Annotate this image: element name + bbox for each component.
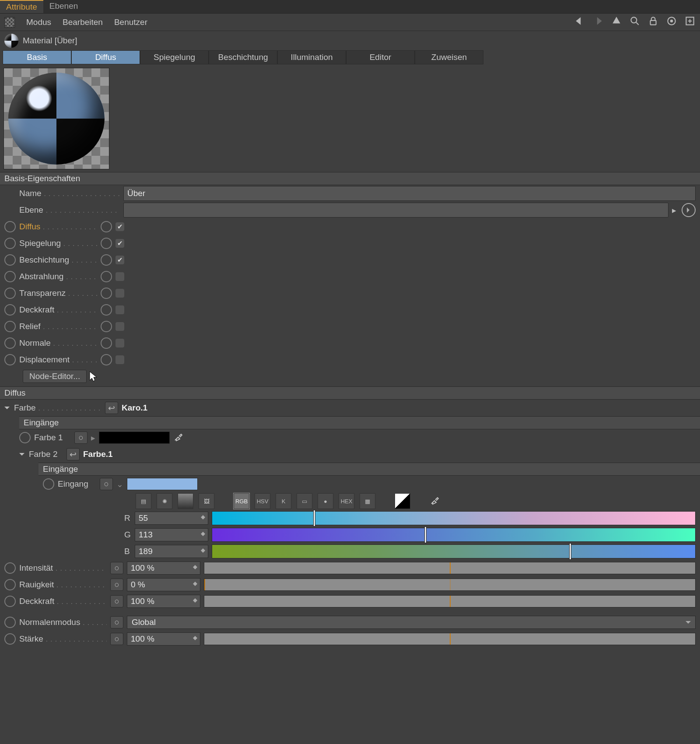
input-staerke[interactable]: 100 % [127, 632, 200, 646]
checkbox-diffus[interactable] [116, 222, 124, 231]
picker-wheel-icon[interactable]: ✺ [157, 493, 172, 509]
anim-key-normalmode[interactable] [4, 617, 16, 628]
tab-spiegelung[interactable]: Spiegelung [140, 50, 209, 64]
anim-key2-diffus[interactable] [101, 221, 112, 232]
disclosure-farbe2[interactable] [19, 453, 24, 458]
new-window-icon[interactable] [684, 15, 696, 29]
mode-mixer-icon[interactable]: ▭ [297, 493, 312, 509]
picker-image-icon[interactable]: 🖼 [199, 493, 214, 509]
nav-back-icon[interactable] [574, 15, 585, 29]
link-farbe2-value[interactable]: Farbe.1 [83, 449, 113, 459]
slider-r[interactable] [212, 511, 696, 525]
anim-key-deckkraft2[interactable] [4, 596, 16, 607]
tab-beschichtung[interactable]: Beschichtung [209, 50, 277, 64]
mode-k[interactable]: K [276, 493, 291, 509]
nav-up-icon[interactable] [611, 15, 622, 29]
mode-swatch-icon[interactable]: ● [318, 493, 333, 509]
checkbox-displacement[interactable] [116, 355, 124, 364]
link-farbe2-icon[interactable]: ↩ [66, 448, 80, 460]
input-r[interactable]: 55 [135, 512, 208, 525]
checkbox-relief[interactable] [116, 322, 124, 331]
input-intensitaet[interactable]: 100 % [127, 562, 200, 575]
swatch-farbe1[interactable] [99, 432, 170, 444]
tab-diffus[interactable]: Diffus [71, 50, 140, 64]
node-editor-button[interactable]: Node-Editor... [23, 370, 87, 383]
dropdown-normalmode[interactable]: Global [127, 616, 696, 629]
slider-deckkraft2[interactable] [204, 595, 696, 607]
anim-key-relief[interactable] [4, 321, 16, 332]
link-deckkraft2-icon[interactable]: ○ [110, 595, 123, 607]
picker-spectrum-icon[interactable] [178, 493, 193, 509]
expand-farbe1[interactable]: ▸ [91, 433, 95, 443]
slider-g[interactable] [212, 528, 696, 542]
target-icon[interactable] [666, 15, 677, 29]
anim-key-intensitaet[interactable] [4, 562, 16, 574]
anim-key-eingang[interactable] [43, 478, 54, 490]
anim-key2-deckkraft[interactable] [101, 304, 112, 316]
view-mode-icon[interactable] [4, 17, 15, 28]
mode-hsv[interactable]: HSV [255, 493, 270, 509]
checkbox-normale[interactable] [116, 339, 124, 347]
mode-hex[interactable]: HEX [339, 493, 354, 509]
anim-key2-abstrahlung[interactable] [101, 271, 112, 282]
tab-editor[interactable]: Editor [346, 50, 415, 64]
slider-intensitaet[interactable] [204, 562, 696, 574]
slider-b[interactable] [212, 544, 696, 558]
search-icon[interactable] [629, 15, 640, 29]
menu-edit[interactable]: Bearbeiten [63, 18, 103, 27]
anim-key-normale[interactable] [4, 337, 16, 349]
checkbox-transparenz[interactable] [116, 289, 124, 298]
mode-grid-icon[interactable]: ▦ [360, 493, 375, 509]
input-name[interactable]: Über [123, 186, 696, 201]
tab-zuweisen[interactable]: Zuweisen [415, 50, 483, 64]
anim-key-spiegelung[interactable] [4, 238, 16, 249]
anim-key-staerke[interactable] [4, 633, 16, 645]
layer-pick-icon[interactable] [682, 203, 696, 217]
checkbox-beschichtung[interactable] [116, 256, 124, 264]
tab-basis[interactable]: Basis [3, 50, 71, 64]
anim-key-rauigkeit[interactable] [4, 579, 16, 590]
eyedropper-farbe1[interactable] [173, 432, 184, 444]
anim-key-diffus[interactable] [4, 221, 16, 232]
expand-eingang[interactable]: ⌄ [116, 479, 123, 489]
swatch-eingang[interactable] [127, 478, 198, 490]
anim-key-deckkraft[interactable] [4, 304, 16, 316]
input-b[interactable]: 189 [135, 545, 208, 558]
anim-key-abstrahlung[interactable] [4, 271, 16, 282]
picker-gradient-icon[interactable]: ▤ [136, 493, 151, 509]
checkbox-abstrahlung[interactable] [116, 272, 124, 281]
disclosure-farbe[interactable] [4, 407, 10, 412]
lock-icon[interactable] [648, 15, 659, 29]
menu-mode[interactable]: Modus [26, 18, 51, 27]
anim-key2-beschichtung[interactable] [101, 254, 112, 266]
anim-key2-normale[interactable] [101, 337, 112, 349]
link-intensitaet-icon[interactable]: ○ [110, 562, 123, 574]
menu-user[interactable]: Benutzer [114, 18, 147, 27]
material-preview[interactable] [4, 68, 109, 169]
link-farbe-value[interactable]: Karo.1 [122, 403, 147, 413]
slider-staerke[interactable] [204, 633, 696, 645]
anim-key-displacement[interactable] [4, 354, 16, 365]
anim-key-transparenz[interactable] [4, 288, 16, 299]
link-eingang-icon[interactable]: ○ [100, 478, 113, 490]
link-farbe1-icon[interactable]: ○ [74, 432, 88, 444]
link-staerke-icon[interactable]: ○ [110, 633, 123, 645]
input-g[interactable]: 113 [135, 528, 208, 541]
anim-key2-relief[interactable] [101, 321, 112, 332]
contrast-icon[interactable] [395, 493, 410, 509]
link-rauigkeit-icon[interactable]: ○ [110, 579, 123, 591]
slider-rauigkeit[interactable] [204, 579, 696, 591]
anim-key2-spiegelung[interactable] [101, 238, 112, 249]
tab-attribute[interactable]: Attribute [0, 0, 43, 13]
input-deckkraft2[interactable]: 100 % [127, 595, 200, 608]
anim-key2-displacement[interactable] [101, 354, 112, 365]
input-rauigkeit[interactable]: 0 % [127, 578, 200, 591]
mode-rgb[interactable]: RGB [234, 493, 249, 509]
checkbox-spiegelung[interactable] [116, 239, 124, 248]
checkbox-deckkraft[interactable] [116, 305, 124, 314]
eyedropper-global[interactable] [430, 495, 440, 508]
link-normalmode-icon[interactable]: ○ [110, 616, 123, 628]
tab-layers[interactable]: Ebenen [43, 0, 84, 13]
link-farbe-icon[interactable]: ↩ [105, 402, 118, 414]
anim-key-farbe1[interactable] [19, 432, 31, 443]
